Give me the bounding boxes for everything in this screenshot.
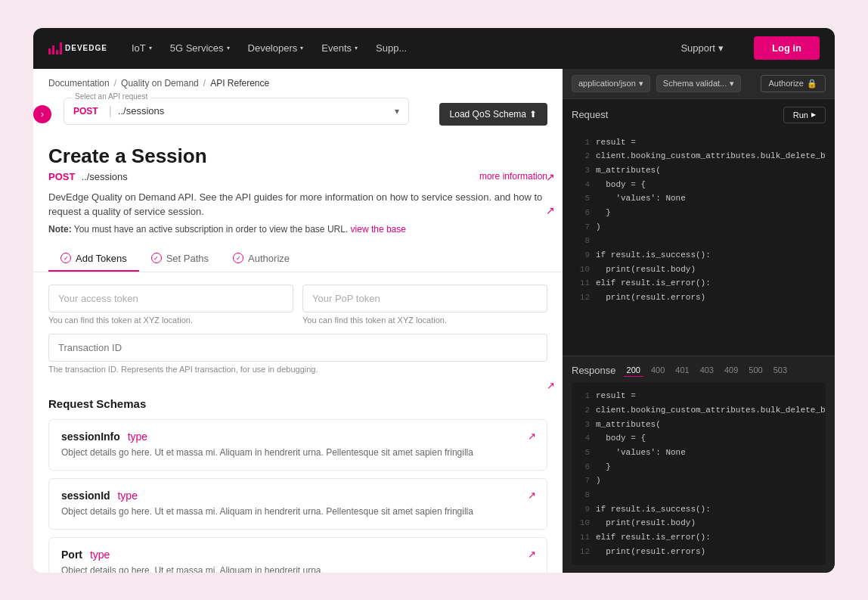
code-line: 1result = <box>572 389 826 403</box>
logo-icon <box>48 42 62 54</box>
nav-iot[interactable]: IoT ▾ <box>132 42 152 54</box>
api-selector-label: Select an API request <box>72 92 150 101</box>
check-icon: ✓ <box>60 253 71 263</box>
nav-events[interactable]: Events ▾ <box>321 42 358 54</box>
schema-desc-port: Object details go here. Ut et massa mi. … <box>61 564 535 573</box>
schema-type[interactable]: type <box>117 490 137 502</box>
sidebar-toggle-button[interactable]: › <box>33 105 51 123</box>
breadcrumb-api-reference: API Reference <box>210 78 269 89</box>
navbar: DEVEDGE IoT ▾ 5G Services ▾ Developers ▾… <box>33 28 835 69</box>
tab-authorize[interactable]: ✓ Authorize <box>221 247 302 272</box>
run-button[interactable]: Run <box>783 107 826 123</box>
schema-name-port: Port type <box>61 549 535 561</box>
code-line: 4 body = { <box>572 431 826 446</box>
code-line: 9if result.is_success(): <box>572 248 826 263</box>
code-line: 3m_attributes( <box>572 163 826 178</box>
view-base-link[interactable]: view the base <box>351 224 406 235</box>
code-line: 12 print(result.errors) <box>572 545 826 559</box>
status-tab-503[interactable]: 503 <box>770 364 790 377</box>
code-line: 5 'values': None <box>572 446 826 460</box>
schema-type[interactable]: type <box>128 431 147 443</box>
status-tab-409[interactable]: 409 <box>721 364 741 377</box>
chevron-down-icon: ▾ <box>149 45 152 51</box>
status-tabs: 200 400 401 403 409 500 503 <box>624 364 791 377</box>
chevron-down-icon: ▾ <box>300 45 303 51</box>
code-toolbar: application/json ▾ Schema validat... ▾ A… <box>563 69 835 99</box>
pop-token-wrapper: You can find this token at XYZ location. <box>302 284 547 325</box>
status-tab-200[interactable]: 200 <box>624 364 643 377</box>
nav-developers[interactable]: Developers ▾ <box>248 42 304 54</box>
response-header: Response 200 400 401 403 409 500 503 <box>572 364 826 377</box>
chevron-down-icon: ▾ <box>227 45 230 51</box>
code-line: 5 'values': None <box>572 191 826 206</box>
code-line: 1result = <box>572 135 826 150</box>
schema-card-session-info: sessionInfo type Object details go here.… <box>48 419 547 471</box>
request-code-block: 1result = 2client.booking_custom_attribu… <box>572 129 826 311</box>
status-tab-500[interactable]: 500 <box>746 364 765 377</box>
status-tab-401[interactable]: 401 <box>672 364 692 377</box>
chevron-down-icon: ▾ <box>355 45 358 51</box>
logo-text: DEVEDGE <box>65 44 107 52</box>
response-code-block: 1result = 2client.booking_custom_attribu… <box>572 383 826 564</box>
note-label: Note: <box>48 224 72 235</box>
upload-icon: ⬆ <box>529 109 537 120</box>
load-schema-button[interactable]: Load QoS Schema ⬆ <box>439 103 547 126</box>
more-info-link[interactable]: more information <box>479 171 547 182</box>
dropdown-chevron-icon: ▾ <box>395 106 399 117</box>
breadcrumb-documentation[interactable]: Documentation <box>48 78 110 89</box>
expand-arrow-3[interactable]: ↗ <box>547 380 555 391</box>
token-inputs-area: You can find this token at XYZ location.… <box>33 284 563 325</box>
check-icon: ✓ <box>233 253 243 263</box>
schema-desc-session-id: Object details go here. Ut et massa mi. … <box>61 505 535 518</box>
endpoint-label: POST ../sessions more information <box>33 171 563 182</box>
code-line: 11elif result.is_error(): <box>572 530 826 545</box>
breadcrumb-quality-on-demand[interactable]: Quality on Demand <box>121 78 199 89</box>
access-token-input[interactable] <box>48 284 293 312</box>
expand-arrow-2[interactable]: ↗ <box>546 204 555 216</box>
content-area: › Documentation / Quality on Demand / AP… <box>33 69 835 573</box>
nav-5g-services[interactable]: 5G Services ▾ <box>170 42 230 54</box>
schema-desc-session-info: Object details go here. Ut et massa mi. … <box>61 446 535 459</box>
breadcrumb: Documentation / Quality on Demand / API … <box>33 69 563 95</box>
schema-validate-select[interactable]: Schema validat... ▾ <box>656 75 741 92</box>
logo: DEVEDGE <box>48 42 107 54</box>
expand-arrow-1[interactable]: ↗ <box>546 171 555 183</box>
tab-set-paths[interactable]: ✓ Set Paths <box>139 247 221 272</box>
expand-icon[interactable]: ↗ <box>528 431 536 442</box>
format-select[interactable]: application/json ▾ <box>572 75 650 92</box>
schema-card-port: Port type Object details go here. Ut et … <box>48 537 547 573</box>
transaction-area: The transaction ID. Represents the API t… <box>33 334 563 374</box>
code-line: 10 print(result.body) <box>572 516 826 530</box>
nav-support-partial[interactable]: Supp... <box>376 42 407 54</box>
left-panel: › Documentation / Quality on Demand / AP… <box>33 69 563 573</box>
expand-icon[interactable]: ↗ <box>528 490 536 501</box>
schema-card-session-id: sessionId type Object details go here. U… <box>48 478 547 530</box>
schema-name-session-info: sessionInfo type <box>61 431 535 443</box>
api-method-badge: POST <box>73 106 98 117</box>
schema-type[interactable]: type <box>90 549 110 561</box>
api-selector[interactable]: Select an API request POST | ../sessions… <box>64 98 409 125</box>
code-line: 4 body = { <box>572 178 826 192</box>
transaction-hint: The transaction ID. Represents the API t… <box>48 365 547 374</box>
response-label: Response <box>572 365 616 376</box>
authorize-button[interactable]: Authorize 🔒 <box>761 75 826 92</box>
code-line: 7) <box>572 474 826 488</box>
expand-icon[interactable]: ↗ <box>528 549 536 560</box>
chevron-down-icon: ▾ <box>639 79 643 89</box>
status-tab-400[interactable]: 400 <box>648 364 668 377</box>
tab-add-tokens[interactable]: ✓ Add Tokens <box>48 247 139 272</box>
nav-support[interactable]: Support ▾ <box>680 42 724 54</box>
transaction-id-input[interactable] <box>48 334 547 362</box>
schemas-section: Request Schemas sessionInfo type Object … <box>33 397 563 573</box>
access-token-hint: You can find this token at XYZ location. <box>48 316 293 325</box>
status-tab-403[interactable]: 403 <box>697 364 717 377</box>
lock-icon: 🔒 <box>807 79 817 89</box>
login-button[interactable]: Log in <box>754 36 820 60</box>
code-line: 2client.booking_custom_attributes.bulk_d… <box>572 149 826 163</box>
check-icon: ✓ <box>151 253 162 263</box>
chevron-down-icon: ▾ <box>730 79 734 89</box>
response-section: Response 200 400 401 403 409 500 503 1re… <box>563 356 835 572</box>
request-header: Request Run <box>572 107 826 123</box>
code-line: 8 <box>572 488 826 502</box>
pop-token-input[interactable] <box>302 284 547 312</box>
